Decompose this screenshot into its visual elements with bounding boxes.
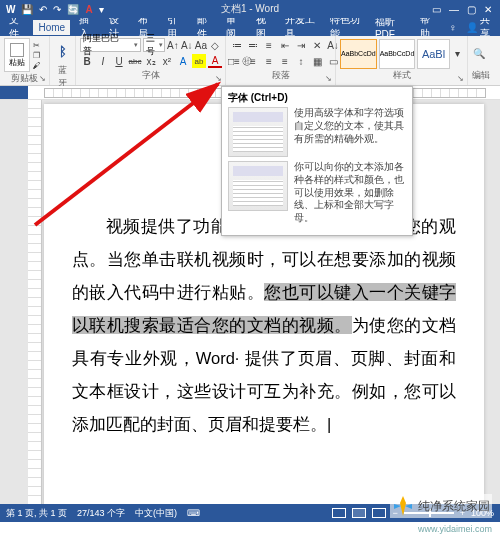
editing-group-label: 编辑 [472,69,490,83]
font-tooltip: 字体 (Ctrl+D) 使用高级字体和字符选项自定义您的文本，使其具有所需的精确… [221,86,413,236]
qat-redo-icon[interactable]: ↷ [53,4,61,15]
find-button[interactable]: 🔍 [472,47,486,61]
word-count[interactable]: 27/143 个字 [77,507,125,520]
style-no-spacing[interactable]: AaBbCcDd [379,39,416,69]
page-count[interactable]: 第 1 页, 共 1 页 [6,507,67,520]
line-spacing-button[interactable]: ↕ [294,54,308,68]
cut-button[interactable]: ✂ [33,41,41,50]
paragraph[interactable]: 视频提供了功能强大的方法帮助您证明您的观点。当您单击联机视频时，可以在想要添加的… [72,210,456,441]
increase-indent-button[interactable]: ⇥ [294,38,308,52]
tooltip-thumbnail [228,107,288,157]
group-bluetooth: ᛒ 蓝牙 [50,36,76,85]
align-right-button[interactable]: ≡ [262,54,276,68]
bullets-button[interactable]: ≔ [230,38,244,52]
share-user-icon: 👤 [466,22,478,33]
superscript-button[interactable]: x² [160,54,174,68]
bluetooth-button[interactable]: ᛒ [54,38,71,64]
asian-layout-button[interactable]: ✕ [310,38,324,52]
vertical-ruler[interactable] [28,100,42,504]
group-font: 阿里巴巴普 三号 A↑ A↓ Aa ◇ B I U abc x₂ x² A ab… [76,36,226,85]
font-size-select[interactable]: 三号 [143,38,165,52]
document-title: 文档1 - Word [221,2,279,16]
style-normal[interactable]: AaBbCcDd [340,39,377,69]
paragraph-group-label: 段落 [230,69,331,83]
read-mode-icon[interactable] [332,508,346,518]
font-group-label: 字体 [80,69,221,83]
shrink-font-icon[interactable]: A↓ [181,38,193,52]
text-effects-button[interactable]: A [176,54,190,68]
clipboard-launcher-icon[interactable]: ↘ [37,73,47,83]
tooltip-text-2: 你可以向你的文本添加各种各样的样式和颜色，也可以使用效果，如删除线、上标和全部大… [294,161,406,225]
print-layout-icon[interactable] [352,508,366,518]
language-status[interactable]: 中文(中国) [135,507,177,520]
qat-font-red-icon[interactable]: A [85,4,92,15]
multilevel-list-button[interactable]: ≡ [262,38,276,52]
minimize-button[interactable]: — [449,4,459,15]
styles-more-icon[interactable]: ▾ [452,47,463,61]
shading-button[interactable]: ▦ [310,54,324,68]
ime-icon[interactable]: ⌨ [187,508,200,518]
watermark-logo-icon [392,495,414,517]
font-name-select[interactable]: 阿里巴巴普 [80,38,141,52]
paste-icon [10,43,24,57]
tab-home[interactable]: Home [33,20,70,35]
paste-label: 粘贴 [9,57,25,68]
app-icon: W [6,4,15,15]
window-buttons: ▭ — ▢ ✕ [432,4,500,15]
group-paragraph: ≔ ≕ ≡ ⇤ ⇥ ✕ A↓ ¶ ≡ ≡ ≡ ≡ ↕ ▦ ▭ 段落 ↘ [226,36,336,85]
align-justify-button[interactable]: ≡ [278,54,292,68]
group-editing: 🔍 编辑 [468,36,494,85]
tab-tell-me[interactable]: ♀ [444,20,462,35]
watermark: 纯净系统家园 [390,494,492,518]
tooltip-title: 字体 (Ctrl+D) [228,91,406,105]
font-dialog-launcher-icon[interactable]: ↘ [213,73,223,83]
align-left-button[interactable]: ≡ [230,54,244,68]
numbering-button[interactable]: ≕ [246,38,260,52]
decrease-indent-button[interactable]: ⇤ [278,38,292,52]
quick-access-toolbar: W 💾 ↶ ↷ 🔄 A ▾ [0,4,104,15]
tooltip-text-1: 使用高级字体和字符选项自定义您的文本，使其具有所需的精确外观。 [294,107,406,157]
ribbon-tabs: 文件 Home 插入 设计 布局 引用 邮件 审阅 视图 开发工具 特色功能 福… [0,18,500,36]
group-clipboard: 粘贴 ✂ ❐ 🖌 剪贴板 ↘ [0,36,50,85]
styles-launcher-icon[interactable]: ↘ [455,73,465,83]
watermark-url: www.yidaimei.com [418,524,492,534]
qat-more-icon[interactable]: ▾ [99,4,104,15]
change-case-icon[interactable]: Aa [195,38,207,52]
style-heading1[interactable]: AaBl [417,39,449,69]
grow-font-icon[interactable]: A↑ [167,38,179,52]
align-center-button[interactable]: ≡ [246,54,260,68]
format-painter-button[interactable]: 🖌 [33,61,41,70]
qat-sync-icon[interactable]: 🔄 [67,4,79,15]
tooltip-thumbnail-2 [228,161,288,211]
copy-button[interactable]: ❐ [33,51,41,60]
strikethrough-button[interactable]: abc [128,54,142,68]
paragraph-launcher-icon[interactable]: ↘ [323,73,333,83]
highlight-button[interactable]: ab [192,54,206,68]
qat-save-icon[interactable]: 💾 [21,4,33,15]
ribbon: 粘贴 ✂ ❐ 🖌 剪贴板 ↘ ᛒ 蓝牙 阿里巴巴普 三号 A↑ A↓ Aa ◇ [0,36,500,86]
watermark-text: 纯净系统家园 [418,498,490,515]
group-styles: AaBbCcDd AaBbCcDd AaBl ▾ 样式 ↘ [336,36,468,85]
maximize-button[interactable]: ▢ [467,4,476,15]
ribbon-display-options-icon[interactable]: ▭ [432,4,441,15]
cursor: | [327,415,331,433]
title-bar: W 💾 ↶ ↷ 🔄 A ▾ 文档1 - Word ▭ — ▢ ✕ [0,0,500,18]
qat-undo-icon[interactable]: ↶ [39,4,47,15]
clear-format-icon[interactable]: ◇ [209,38,221,52]
font-color-button[interactable]: A [208,54,222,68]
paste-button[interactable]: 粘贴 [4,38,30,72]
web-layout-icon[interactable] [372,508,386,518]
styles-group-label: 样式 [340,69,463,83]
close-button[interactable]: ✕ [484,4,492,15]
